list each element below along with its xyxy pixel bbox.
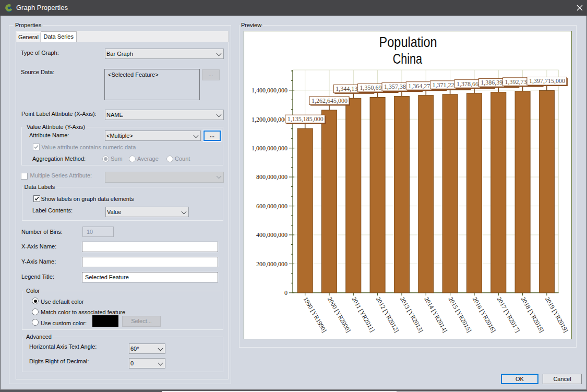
svg-text:1,397,715,000: 1,397,715,000 [529, 77, 565, 85]
svg-text:1,135,185,000: 1,135,185,000 [287, 115, 324, 123]
svg-text:Population: Population [379, 33, 437, 50]
svg-text:0: 0 [284, 289, 287, 296]
svg-text:1,200,000,000: 1,200,000,000 [251, 115, 287, 123]
svg-text:1,262,645,000: 1,262,645,000 [312, 97, 348, 104]
svg-text:600,000,000: 600,000,000 [256, 202, 287, 209]
svg-text:1,400,000,000: 1,400,000,000 [251, 87, 287, 94]
svg-text:1,000,000,000: 1,000,000,000 [251, 144, 287, 151]
svg-text:China: China [393, 50, 423, 66]
svg-text:400,000,000: 400,000,000 [256, 231, 287, 239]
svg-text:800,000,000: 800,000,000 [256, 173, 287, 181]
svg-text:200,000,000: 200,000,000 [256, 260, 287, 267]
